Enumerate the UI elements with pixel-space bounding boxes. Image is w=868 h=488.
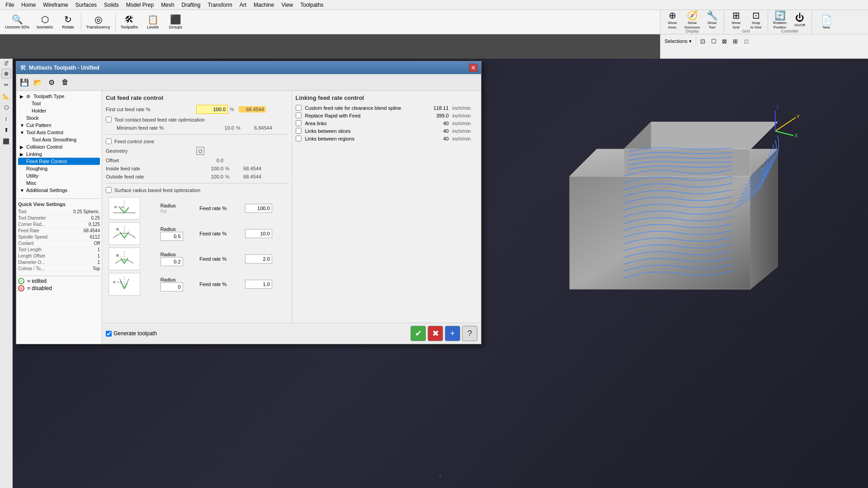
add-button[interactable]: + bbox=[445, 326, 460, 341]
deselect-button[interactable]: ☐ bbox=[709, 36, 719, 46]
radius-feed-input-0[interactable] bbox=[245, 204, 272, 213]
translucency-button[interactable]: ◎ Translucency bbox=[83, 12, 113, 33]
tree-tool[interactable]: Tool bbox=[18, 100, 100, 107]
menu-art[interactable]: Art bbox=[236, 1, 250, 9]
tree-holder[interactable]: Holder bbox=[18, 107, 100, 114]
first-cut-input[interactable] bbox=[196, 105, 228, 114]
grid-section-label: Grid bbox=[742, 29, 750, 33]
tree-misc[interactable]: Misc bbox=[18, 179, 100, 187]
isometric-button[interactable]: ⬡ Isometric bbox=[33, 12, 57, 33]
linking-panel: Linking feed rate control Custom feed ra… bbox=[292, 91, 481, 323]
linking-cb-3[interactable] bbox=[296, 128, 302, 134]
ok-button[interactable]: ✔ bbox=[410, 326, 426, 341]
groups-button[interactable]: ⬛ Groups bbox=[165, 12, 186, 33]
menu-modelprep[interactable]: Model Prep bbox=[123, 1, 157, 9]
linking-cb-2[interactable] bbox=[296, 120, 302, 126]
cancel-button[interactable]: ✖ bbox=[428, 326, 443, 341]
show-gnomons-button[interactable]: 🧭 ShowGnomons bbox=[683, 11, 701, 29]
geometry-button[interactable]: ⬡ bbox=[196, 147, 204, 155]
filter-button[interactable]: ⊞ bbox=[731, 36, 741, 46]
levels-button[interactable]: 📋 Levels bbox=[142, 12, 164, 33]
radius-input-1[interactable] bbox=[160, 232, 183, 241]
left-tb-1[interactable]: ⊕ bbox=[1, 69, 11, 79]
unzoom-button[interactable]: 🔍 Unzoom 50% bbox=[2, 12, 33, 33]
linking-cb-1[interactable] bbox=[296, 113, 302, 118]
radius-input-2[interactable] bbox=[160, 257, 183, 266]
toolbar-sep-2 bbox=[115, 13, 116, 31]
rotation-position-button[interactable]: 🔄 RotationPosition bbox=[771, 11, 789, 29]
menu-machine[interactable]: Machine bbox=[250, 1, 278, 9]
menu-file[interactable]: File bbox=[2, 1, 18, 9]
selections-button[interactable]: Selections ▾ bbox=[662, 37, 694, 46]
radius-label-0: Radius flat bbox=[158, 196, 197, 221]
linking-cb-4[interactable] bbox=[296, 136, 302, 141]
tree-additional-settings[interactable]: ▼ Additional Settings bbox=[18, 187, 100, 194]
outside-feed-row: Outside feed rate 100.0 % 68.4544 bbox=[106, 174, 288, 179]
radius-feed-input-1[interactable] bbox=[245, 229, 272, 238]
left-tb-5[interactable]: ↕ bbox=[1, 114, 11, 124]
menu-toolpaths[interactable]: Toolpaths bbox=[297, 1, 327, 9]
svg-line-26 bbox=[122, 283, 124, 289]
select-all-button[interactable]: ⊡ bbox=[698, 36, 708, 46]
surface-radius-checkbox[interactable] bbox=[106, 187, 112, 193]
settings-button[interactable]: ⚙ bbox=[45, 76, 58, 89]
right-toolbar-row1: ⊕ ShowAxes 🧭 ShowGnomons 🔧 ShowTool Disp… bbox=[660, 10, 868, 34]
tree-roughing[interactable]: Roughing bbox=[18, 165, 100, 172]
radius-label-3: Radius bbox=[158, 272, 197, 297]
menu-home[interactable]: Home bbox=[18, 1, 39, 9]
left-tb-2[interactable]: ✂ bbox=[1, 80, 11, 90]
menu-solids[interactable]: Solids bbox=[100, 1, 123, 9]
qv-tool-val: 0.25 Spheric. bbox=[73, 209, 100, 214]
left-tb-6[interactable]: ⬆ bbox=[1, 125, 11, 135]
radius-feed-input-3[interactable] bbox=[245, 280, 272, 289]
qv-coolant: Coolant Off bbox=[18, 240, 100, 247]
linking-label-3: Links between slices bbox=[305, 128, 423, 134]
rotate-button[interactable]: ↻ Rotate bbox=[57, 12, 79, 33]
tree-tool-axis-control[interactable]: ▼ Tool Axis Control bbox=[18, 129, 100, 136]
menu-transform[interactable]: Transform bbox=[204, 1, 236, 9]
snap-to-grid-button[interactable]: ⊡ Snapto Grid bbox=[747, 11, 765, 29]
show-grid-button[interactable]: ⊞ ShowGrid bbox=[727, 11, 745, 29]
menu-mesh[interactable]: Mesh bbox=[157, 1, 178, 9]
on-off-button[interactable]: ⏻ On/Off bbox=[791, 11, 809, 29]
window-button[interactable]: □ bbox=[741, 36, 751, 46]
tree-utility[interactable]: Utility bbox=[18, 172, 100, 179]
menu-surfaces[interactable]: Surfaces bbox=[72, 1, 100, 9]
toolpaths-button[interactable]: 🛠 Toolpaths bbox=[118, 12, 142, 33]
tree-stock[interactable]: Stock bbox=[18, 114, 100, 122]
tool-contact-label: Tool contact based feed rate optimizatio… bbox=[114, 117, 205, 122]
generate-toolpath-checkbox[interactable] bbox=[106, 331, 112, 337]
menu-drafting[interactable]: Drafting bbox=[178, 1, 204, 9]
legend-disabled-label: = disabled bbox=[27, 285, 52, 291]
radius-feed-input-2[interactable] bbox=[245, 254, 272, 263]
tree-linking[interactable]: ▶ Linking bbox=[18, 150, 100, 158]
tree-toolpath-type[interactable]: ▶ ⚙ Toolpath Type bbox=[18, 93, 100, 100]
left-tb-4[interactable]: ⬡ bbox=[1, 103, 11, 113]
invert-button[interactable]: ⊠ bbox=[720, 36, 730, 46]
menu-view[interactable]: View bbox=[278, 1, 297, 9]
tree-feed-rate[interactable]: Feed Rate Control bbox=[18, 158, 100, 165]
radius-icon-3: R = 0 bbox=[106, 272, 158, 297]
levels-label: Levels bbox=[147, 25, 159, 29]
linking-value-2: 40 bbox=[426, 121, 449, 126]
menu-wireframe[interactable]: Wireframe bbox=[39, 1, 71, 9]
save-toolpath-button[interactable]: 💾 bbox=[18, 76, 31, 89]
qv-diameter-key: Tool Diameter bbox=[18, 216, 46, 221]
delete-button[interactable]: 🗑 bbox=[59, 76, 71, 89]
tree-collision-control[interactable]: ▶ Collision Control bbox=[18, 143, 100, 150]
new-button[interactable]: 📄 New bbox=[816, 11, 837, 33]
show-axes-button[interactable]: ⊕ ShowAxes bbox=[663, 11, 681, 29]
radius-input-3[interactable] bbox=[160, 282, 183, 291]
close-button[interactable]: ✕ bbox=[469, 64, 477, 72]
tree-cut-pattern[interactable]: ▼ Cut Pattern bbox=[18, 122, 100, 129]
linking-cb-0[interactable] bbox=[296, 105, 302, 111]
help-button[interactable]: ? bbox=[462, 326, 477, 341]
linking-unit-0: inch/min bbox=[453, 105, 471, 111]
tree-tool-axis-smoothing[interactable]: Tool Axis Smoothing bbox=[18, 136, 100, 143]
open-toolpath-button[interactable]: 📂 bbox=[32, 76, 44, 89]
left-tb-7[interactable]: ⬛ bbox=[1, 136, 11, 146]
tool-contact-checkbox[interactable] bbox=[106, 117, 112, 122]
show-tool-button[interactable]: 🔧 ShowTool bbox=[703, 11, 721, 29]
left-tb-3[interactable]: 📐 bbox=[1, 91, 11, 101]
feed-zone-checkbox[interactable] bbox=[106, 138, 112, 144]
